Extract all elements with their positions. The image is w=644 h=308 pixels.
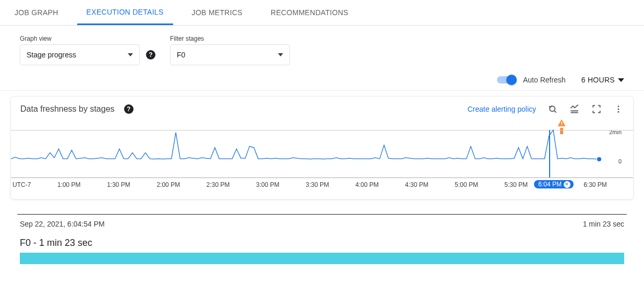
time-range-picker[interactable]: 6 HOURS	[581, 76, 624, 84]
fullscreen-icon[interactable]	[591, 104, 602, 114]
close-icon[interactable]: ✕	[564, 181, 570, 188]
help-icon[interactable]: ?	[146, 50, 155, 60]
svg-rect-8	[561, 125, 562, 126]
help-icon[interactable]: ?	[124, 104, 133, 114]
more-icon[interactable]	[613, 104, 624, 114]
graph-view-value: Stage progress	[27, 51, 76, 59]
chart-area[interactable]: 2min 0 UTC-71:00 PM1:30 PM2:00 PM2:30 PM…	[11, 128, 633, 196]
x-tick: 2:00 PM	[156, 181, 180, 188]
detail-timestamp: Sep 22, 2021, 6:04:54 PM	[20, 220, 105, 228]
detail-rule	[17, 214, 627, 215]
stage-title: F0 - 1 min 23 sec	[20, 238, 624, 248]
filter-stages-value: F0	[177, 51, 185, 59]
x-tick: 1:00 PM	[57, 181, 81, 188]
chevron-down-icon	[278, 53, 283, 56]
x-axis	[11, 177, 633, 178]
tab-job-metrics[interactable]: JOB METRICS	[183, 1, 252, 24]
line-chart	[11, 128, 633, 161]
stage-progress-bar	[20, 253, 624, 264]
x-tick: 4:30 PM	[405, 181, 429, 188]
svg-rect-7	[561, 122, 562, 124]
graph-view-select[interactable]: Stage progress	[20, 44, 140, 65]
x-tick: 3:30 PM	[306, 181, 329, 188]
auto-refresh-label: Auto Refresh	[523, 76, 566, 84]
tab-recommendations[interactable]: RECOMMENDATIONS	[261, 1, 358, 24]
x-tick: 3:00 PM	[256, 181, 280, 188]
stage-detail: Sep 22, 2021, 6:04:54 PM 1 min 23 sec F0…	[20, 214, 624, 264]
reset-zoom-icon[interactable]	[548, 104, 558, 114]
controls-row: Auto Refresh 6 HOURS	[0, 70, 644, 91]
svg-point-6	[618, 111, 619, 113]
chevron-down-icon	[618, 78, 624, 82]
series-end-dot	[597, 157, 601, 161]
x-tick: 6:30 PM	[584, 181, 607, 188]
selected-time: 6:04 PM	[538, 181, 562, 188]
create-alert-link[interactable]: Create alerting policy	[467, 105, 536, 113]
time-range-value: 6 HOURS	[581, 76, 615, 84]
tab-execution-details[interactable]: EXECUTION DETAILS	[77, 1, 173, 25]
x-tick: 2:30 PM	[206, 181, 230, 188]
auto-refresh-toggle[interactable]	[497, 76, 516, 84]
svg-point-4	[618, 105, 619, 107]
svg-point-5	[618, 109, 619, 110]
x-tick: 1:30 PM	[107, 181, 130, 188]
svg-line-1	[554, 111, 556, 113]
filter-stages-label: Filter stages	[170, 35, 290, 42]
chart-title: Data freshness by stages	[20, 104, 115, 114]
tab-job-graph[interactable]: JOB GRAPH	[5, 1, 68, 24]
filter-row: Graph view Stage progress ? Filter stage…	[0, 26, 644, 70]
legend-icon[interactable]	[569, 104, 580, 114]
x-tick: UTC-7	[13, 181, 31, 188]
filter-stages-select[interactable]: F0	[170, 44, 290, 65]
chevron-down-icon	[128, 53, 133, 56]
x-tick: 5:30 PM	[504, 181, 528, 188]
chart-card: Data freshness by stages ? Create alerti…	[10, 96, 634, 199]
detail-duration: 1 min 23 sec	[583, 220, 624, 228]
tab-bar: JOB GRAPH EXECUTION DETAILS JOB METRICS …	[0, 0, 644, 26]
graph-view-label: Graph view	[20, 35, 155, 42]
x-tick: 5:00 PM	[455, 181, 478, 188]
selected-time-badge[interactable]: 6:04 PM ✕	[534, 180, 574, 188]
x-tick: 4:00 PM	[356, 181, 379, 188]
